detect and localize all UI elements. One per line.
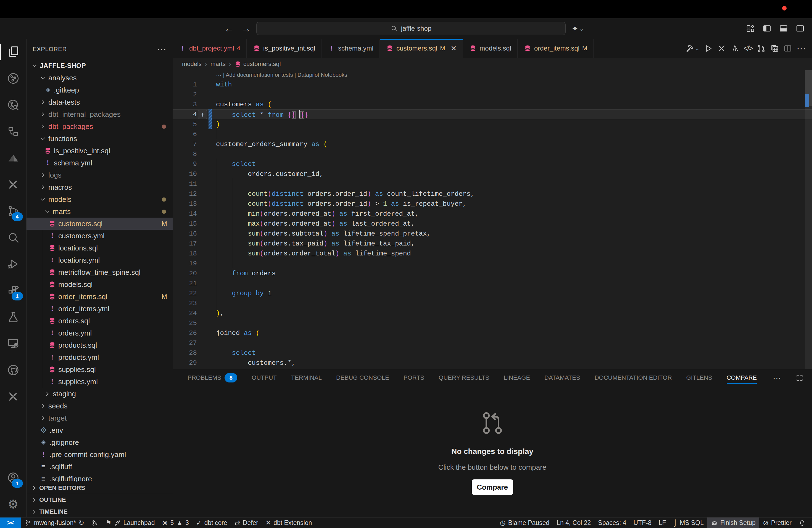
panel-tab-datamates[interactable]: DATAMATES	[545, 369, 580, 386]
tree-item-customers-sql[interactable]: customers.sqlM	[27, 218, 173, 230]
tree-item-metricflow-time-spine-sql[interactable]: metricflow_time_spine.sql	[27, 266, 173, 278]
compiled-code-button[interactable]: </>	[743, 44, 753, 53]
tab-dbt-project-yml[interactable]: !dbt_project.yml4	[173, 39, 247, 58]
codelens-actions[interactable]: ··· | Add documentation or tests | Datap…	[173, 70, 812, 79]
breadcrumb-item[interactable]: marts	[211, 60, 226, 68]
testing-icon[interactable]	[0, 304, 26, 330]
toggle-primary-sidebar-button[interactable]	[762, 24, 772, 33]
code-editor[interactable]: ··· | Add documentation or tests | Datap…	[173, 70, 812, 369]
language-mode[interactable]: ⌡MS SQL	[670, 517, 707, 528]
tree-item-dbt-packages[interactable]: dbt_packages	[27, 120, 173, 133]
extensions-icon[interactable]: 1	[0, 277, 26, 304]
tree-item-locations-sql[interactable]: locations.sql	[27, 242, 173, 254]
tree-item-locations-yml[interactable]: !locations.yml	[27, 254, 173, 266]
close-icon[interactable]: ✕	[451, 45, 457, 52]
explorer-icon[interactable]	[0, 39, 26, 65]
split-editor-button[interactable]	[783, 44, 793, 53]
tree-item--pre-commit-config-yaml[interactable]: !.pre-commit-config.yaml	[27, 449, 173, 460]
encoding[interactable]: UTF-8	[630, 517, 655, 528]
prettier-status[interactable]: ⊘Prettier	[759, 517, 795, 528]
lineage-icon[interactable]	[0, 118, 26, 145]
customize-layout-button[interactable]	[746, 24, 755, 33]
tab-order-items-sql[interactable]: order_items.sqlM	[518, 39, 594, 58]
tree-item-order-items-yml[interactable]: !order_items.yml	[27, 303, 173, 315]
git-branch-status[interactable]: mwong-fusion*↻	[21, 517, 88, 528]
panel-tab-documentation-editor[interactable]: DOCUMENTATION EDITOR	[595, 369, 672, 386]
dbt-icon[interactable]	[0, 171, 26, 198]
panel-tab-output[interactable]: OUTPUT	[251, 369, 276, 386]
tree-item-supplies-yml[interactable]: !supplies.yml	[27, 376, 173, 388]
panel-tab-terminal[interactable]: TERMINAL	[291, 369, 322, 386]
source-control-icon[interactable]: 4	[0, 198, 26, 224]
tree-item-orders-yml[interactable]: !orders.yml	[27, 327, 173, 339]
compare-button[interactable]: Compare	[472, 480, 513, 495]
tree-item--gitignore[interactable]: .gitignore	[27, 436, 173, 449]
launchpad-status[interactable]: ⚑Launchpad	[102, 517, 158, 528]
breadcrumb[interactable]: models›marts›customers.sql	[173, 58, 812, 70]
dbt-power-user-icon[interactable]	[0, 145, 26, 171]
tree-item-customers-yml[interactable]: !customers.yml	[27, 230, 173, 242]
gitlens-inspect-icon[interactable]	[0, 92, 26, 118]
tab-is-positive-int-sql[interactable]: is_positive_int.sql	[247, 39, 321, 58]
panel-tab-problems[interactable]: PROBLEMS8	[188, 369, 237, 386]
tree-item-functions[interactable]: functions	[27, 133, 173, 145]
toggle-panel-button[interactable]	[779, 24, 788, 33]
tree-item--env[interactable]: ⚙.env	[27, 424, 173, 436]
tree-item-order-items-sql[interactable]: order_items.sqlM	[27, 291, 173, 303]
tab-customers-sql[interactable]: customers.sqlM✕	[380, 39, 463, 58]
remote-explorer-icon[interactable]	[0, 330, 26, 357]
dbt-build-button[interactable]: ⌄	[685, 44, 700, 53]
tab-models-sql[interactable]: models.sql	[463, 39, 518, 58]
compare-graph-status[interactable]	[88, 517, 102, 528]
command-center-search[interactable]: jaffle-shop	[256, 22, 566, 35]
breadcrumb-item[interactable]: models	[182, 60, 202, 68]
tree-item-analyses[interactable]: analyses	[27, 72, 173, 84]
tree-item-logs[interactable]: logs	[27, 169, 173, 181]
notifications-bell[interactable]	[795, 517, 809, 528]
tree-item-target[interactable]: target	[27, 412, 173, 424]
run-debug-icon[interactable]	[0, 251, 26, 277]
panel-tab-compare[interactable]: COMPARE	[727, 369, 757, 386]
dbt-extension-status[interactable]: ✕dbt Extension	[262, 517, 315, 528]
tree-root-jaffle-shop[interactable]: JAFFLE-SHOP	[27, 60, 173, 72]
search-icon[interactable]	[0, 224, 26, 251]
breadcrumb-file[interactable]: customers.sql	[234, 60, 281, 68]
maximize-panel-button[interactable]	[795, 373, 804, 382]
tree-item-supplies-sql[interactable]: supplies.sql	[27, 363, 173, 376]
tree-item-models-sql[interactable]: models.sql	[27, 278, 173, 291]
nav-forward-button[interactable]: →	[242, 23, 251, 34]
panel-tab-query-results[interactable]: QUERY RESULTS	[439, 369, 489, 386]
add-line-button[interactable]: +	[198, 110, 207, 119]
tab-schema-yml[interactable]: !schema.yml	[321, 39, 380, 58]
dbt-power-user-button[interactable]	[717, 44, 726, 53]
tree-item--gitkeep[interactable]: .gitkeep	[27, 84, 173, 96]
extension-x-icon[interactable]	[0, 383, 26, 410]
indentation[interactable]: Spaces: 4	[594, 517, 630, 528]
problems-status[interactable]: ⊗5▲︎3	[158, 517, 192, 528]
run-query-button[interactable]	[704, 44, 713, 53]
tree-item-is-positive-int-sql[interactable]: is_positive_int.sql	[27, 145, 173, 157]
tree-item-macros[interactable]: macros	[27, 181, 173, 193]
settings-gear-icon[interactable]: ⚙	[0, 491, 26, 517]
tree-item--sqlfluff[interactable]: ≡.sqlfluff	[27, 460, 173, 473]
more-actions-button[interactable]: ⋯	[797, 43, 806, 54]
editor-scrollbar[interactable]	[805, 70, 812, 369]
tree-item-schema-yml[interactable]: !schema.yml	[27, 157, 173, 169]
panel-tab-gitlens[interactable]: GITLENS	[686, 369, 712, 386]
finish-setup[interactable]: Finish Setup	[707, 517, 759, 528]
tree-item-models[interactable]: models	[27, 193, 173, 205]
tree-item-marts[interactable]: marts	[27, 205, 173, 218]
tree-item-staging[interactable]: staging	[27, 388, 173, 400]
sidebar-section-timeline[interactable]: TIMELINE	[27, 505, 173, 517]
nav-back-button[interactable]: ←	[224, 23, 234, 34]
copilot-menu-button[interactable]: ✦⌄	[572, 18, 585, 39]
tree-item-products-sql[interactable]: products.sql	[27, 339, 173, 351]
sidebar-section-outline[interactable]: OUTLINE	[27, 494, 173, 505]
blame-status[interactable]: ◷Blame Paused	[496, 517, 553, 528]
sqlfluff-lint-button[interactable]	[730, 44, 739, 53]
tree-item-seeds[interactable]: seeds	[27, 400, 173, 412]
panel-tab-debug-console[interactable]: DEBUG CONSOLE	[336, 369, 389, 386]
sidebar-section-open-editors[interactable]: OPEN EDITORS	[27, 482, 173, 494]
more-panel-tabs-button[interactable]: ⋯	[773, 373, 781, 383]
source-control-share-icon[interactable]	[0, 65, 26, 92]
